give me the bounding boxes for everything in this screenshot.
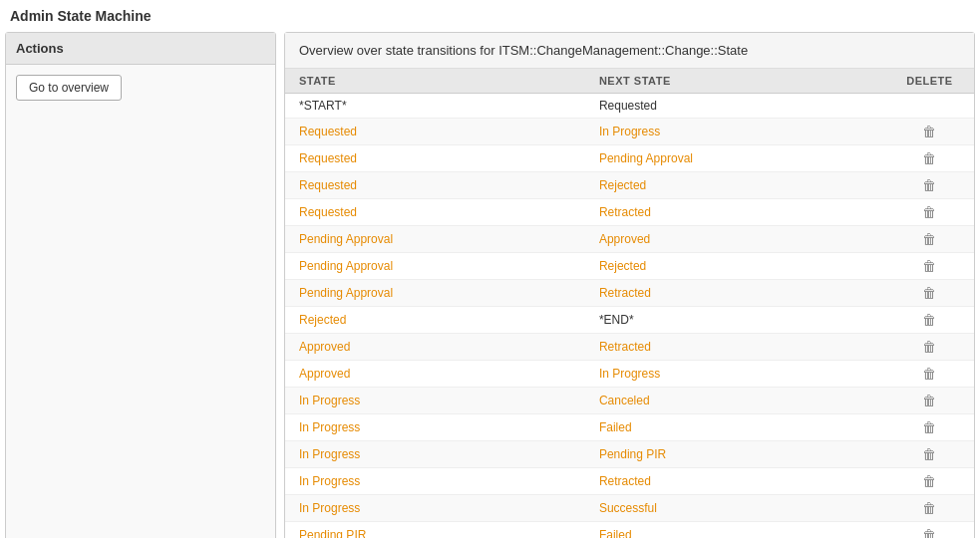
state-link[interactable]: Requested — [299, 125, 357, 138]
next-state-cell: Retracted — [585, 334, 885, 361]
state-link[interactable]: In Progress — [299, 394, 360, 407]
table-row: In ProgressFailed🗑 — [285, 414, 974, 441]
delete-icon[interactable]: 🗑 — [922, 500, 936, 516]
delete-cell: 🗑 — [885, 468, 974, 495]
next-state-link[interactable]: Approved — [599, 232, 650, 246]
next-state-cell: Canceled — [585, 388, 885, 414]
next-state-link[interactable]: Retracted — [599, 286, 651, 300]
next-state-link[interactable]: In Progress — [599, 125, 660, 138]
state-cell: In Progress — [285, 414, 585, 441]
state-cell: Approved — [285, 334, 585, 361]
delete-icon[interactable]: 🗑 — [922, 366, 936, 382]
delete-icon[interactable]: 🗑 — [922, 124, 936, 139]
delete-cell: 🗑 — [885, 280, 974, 307]
delete-cell: 🗑 — [885, 199, 974, 226]
next-state-cell: In Progress — [585, 361, 885, 388]
state-cell: Rejected — [285, 307, 585, 334]
state-cell: *START* — [285, 94, 585, 119]
table-row: Pending PIRFailed🗑 — [285, 522, 974, 539]
state-transitions-table: STATE NEXT STATE DELETE *START*Requested… — [285, 69, 974, 538]
next-state-link[interactable]: Retracted — [599, 340, 651, 354]
next-state-link[interactable]: Rejected — [599, 178, 646, 192]
next-state-cell: Rejected — [585, 172, 885, 199]
next-state-link[interactable]: Retracted — [599, 205, 651, 219]
state-cell: Pending Approval — [285, 253, 585, 280]
table-row: RequestedIn Progress🗑 — [285, 119, 974, 145]
next-state-link[interactable]: Rejected — [599, 259, 646, 273]
sidebar-header: Actions — [6, 33, 275, 65]
next-state-cell: Requested — [585, 94, 885, 119]
delete-icon[interactable]: 🗑 — [922, 204, 936, 220]
next-state-cell: Pending PIR — [585, 441, 885, 468]
state-link[interactable]: Rejected — [299, 313, 346, 327]
next-state-link[interactable]: Failed — [599, 420, 632, 434]
state-link[interactable]: In Progress — [299, 474, 360, 488]
table-row: Pending ApprovalApproved🗑 — [285, 226, 974, 253]
delete-icon[interactable]: 🗑 — [922, 312, 936, 328]
next-state-cell: Pending Approval — [585, 145, 885, 172]
state-link[interactable]: In Progress — [299, 420, 360, 434]
state-cell: Pending PIR — [285, 522, 585, 539]
state-cell: Approved — [285, 361, 585, 388]
delete-cell: 🗑 — [885, 253, 974, 280]
delete-icon[interactable]: 🗑 — [922, 393, 936, 408]
state-cell: In Progress — [285, 441, 585, 468]
table-row: *START*Requested — [285, 94, 974, 119]
delete-icon[interactable]: 🗑 — [922, 527, 936, 538]
state-cell: In Progress — [285, 468, 585, 495]
delete-icon[interactable]: 🗑 — [922, 231, 936, 247]
state-link[interactable]: Pending Approval — [299, 286, 393, 300]
col-delete: DELETE — [885, 69, 974, 94]
state-link[interactable]: In Progress — [299, 447, 360, 461]
delete-cell: 🗑 — [885, 172, 974, 199]
state-link[interactable]: Approved — [299, 340, 350, 354]
delete-cell: 🗑 — [885, 388, 974, 414]
main-content: Overview over state transitions for ITSM… — [284, 32, 975, 538]
state-link[interactable]: Approved — [299, 367, 350, 381]
state-cell: Requested — [285, 199, 585, 226]
next-state-cell: Successful — [585, 495, 885, 522]
delete-icon[interactable]: 🗑 — [922, 419, 936, 435]
delete-cell: 🗑 — [885, 145, 974, 172]
state-link[interactable]: Pending Approval — [299, 232, 393, 246]
delete-icon[interactable]: 🗑 — [922, 258, 936, 274]
next-state-cell: Approved — [585, 226, 885, 253]
delete-cell: 🗑 — [885, 307, 974, 334]
table-row: Pending ApprovalRejected🗑 — [285, 253, 974, 280]
delete-cell: 🗑 — [885, 119, 974, 145]
delete-cell: 🗑 — [885, 414, 974, 441]
next-state-link[interactable]: Pending PIR — [599, 447, 666, 461]
state-link[interactable]: In Progress — [299, 501, 360, 515]
next-state-link[interactable]: Pending Approval — [599, 151, 693, 165]
delete-icon[interactable]: 🗑 — [922, 285, 936, 301]
next-state-link[interactable]: Canceled — [599, 394, 650, 407]
state-cell: In Progress — [285, 495, 585, 522]
state-cell: In Progress — [285, 388, 585, 414]
next-state-cell: Rejected — [585, 253, 885, 280]
next-state-link[interactable]: In Progress — [599, 367, 660, 381]
next-state-cell: Failed — [585, 414, 885, 441]
table-row: RequestedRetracted🗑 — [285, 199, 974, 226]
state-cell: Requested — [285, 172, 585, 199]
state-link[interactable]: Pending Approval — [299, 259, 393, 273]
next-state-cell: In Progress — [585, 119, 885, 145]
col-next-state: NEXT STATE — [585, 69, 885, 94]
delete-icon[interactable]: 🗑 — [922, 446, 936, 462]
next-state-link[interactable]: Failed — [599, 528, 632, 538]
state-link[interactable]: Requested — [299, 205, 357, 219]
delete-icon[interactable]: 🗑 — [922, 177, 936, 193]
table-row: Rejected*END*🗑 — [285, 307, 974, 334]
state-link[interactable]: Requested — [299, 151, 357, 165]
next-state-link[interactable]: Retracted — [599, 474, 651, 488]
table-row: RequestedPending Approval🗑 — [285, 145, 974, 172]
delete-icon[interactable]: 🗑 — [922, 339, 936, 355]
next-state-link[interactable]: Successful — [599, 501, 657, 515]
state-link[interactable]: Requested — [299, 178, 357, 192]
delete-icon[interactable]: 🗑 — [922, 473, 936, 489]
sidebar: Actions Go to overview — [5, 32, 276, 538]
state-link[interactable]: Pending PIR — [299, 528, 366, 538]
go-to-overview-button[interactable]: Go to overview — [16, 75, 122, 101]
main-header: Overview over state transitions for ITSM… — [285, 33, 974, 69]
delete-icon[interactable]: 🗑 — [922, 150, 936, 166]
state-cell: Requested — [285, 119, 585, 145]
